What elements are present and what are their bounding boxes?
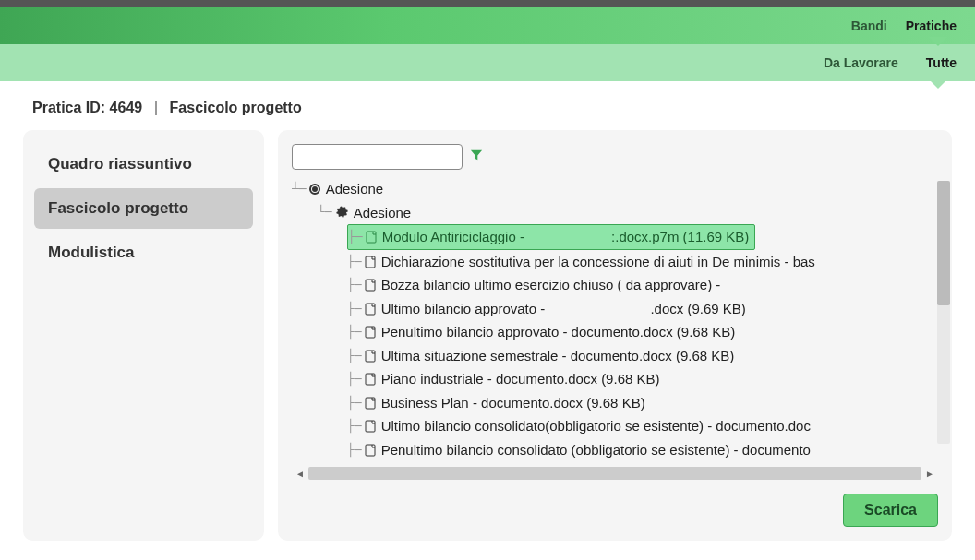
tree-file-ultima-situazione[interactable]: ├─ Ultima situazione semestrale - docume…: [347, 344, 938, 368]
breadcrumb: Pratica ID: 4649 | Fascicolo progetto: [0, 81, 975, 130]
tree-file-label: Ultimo bilancio consolidato(obbligatorio…: [381, 414, 811, 438]
sidebar-item-modulistica[interactable]: Modulistica: [34, 232, 253, 273]
tree-branch-icon: ├─: [347, 440, 362, 460]
scroll-right-icon[interactable]: ►: [921, 469, 938, 479]
topnav-bandi[interactable]: Bandi: [851, 18, 887, 33]
tree-label: Adesione: [326, 177, 384, 201]
search-row: [292, 144, 938, 170]
topnav-pratiche[interactable]: Pratiche: [906, 18, 957, 33]
subnav-tutte[interactable]: Tutte: [926, 55, 957, 70]
file-icon: [365, 326, 376, 339]
tree-file-label: Bozza bilancio ultimo esercizio chiuso (…: [381, 273, 721, 297]
tree-branch-icon: ├─: [347, 369, 362, 389]
filter-icon[interactable]: [470, 149, 483, 165]
nav-notch-bottom: [929, 79, 947, 89]
tree-file-penultimo-consolidato[interactable]: ├─ Penultimo bilancio consolidato (obbli…: [347, 438, 938, 462]
vertical-scrollbar[interactable]: [937, 181, 950, 444]
tree-container: ┴─ Adesione └─ Adesione ├─: [292, 177, 938, 461]
breadcrumb-right: Fascicolo progetto: [170, 100, 302, 115]
file-icon: [365, 397, 376, 410]
vertical-scrollbar-thumb[interactable]: [937, 181, 950, 305]
tree-file-label: Business Plan - documento.docx (9.68 KB): [381, 391, 645, 415]
radio-icon: [309, 184, 320, 195]
file-tree: ┴─ Adesione └─ Adesione ├─: [292, 177, 938, 461]
breadcrumb-left: Pratica ID: 4649: [32, 100, 142, 115]
svg-rect-0: [367, 232, 376, 243]
tree-branch-icon: └─: [318, 202, 332, 222]
file-icon: [365, 279, 376, 292]
tree-file-bozza-bilancio[interactable]: ├─ Bozza bilancio ultimo esercizio chius…: [347, 273, 938, 297]
horizontal-scrollbar[interactable]: ◄ ►: [292, 467, 938, 480]
svg-rect-2: [366, 280, 375, 291]
tree-label: Adesione: [354, 201, 412, 225]
nav-notch-top: [929, 37, 947, 46]
svg-rect-4: [366, 327, 375, 338]
tree-file-label: Ultimo bilancio approvato - .docx (9.69 …: [381, 297, 746, 321]
tree-file-penultimo-bilancio[interactable]: ├─ Penultimo bilancio approvato - docume…: [347, 320, 938, 344]
sub-nav: Da Lavorare Tutte: [0, 44, 975, 81]
content-area: Quadro riassuntivo Fascicolo progetto Mo…: [0, 130, 975, 560]
sidebar-item-quadro[interactable]: Quadro riassuntivo: [34, 144, 253, 185]
file-icon: [365, 256, 376, 268]
main-panel: ┴─ Adesione └─ Adesione ├─: [278, 130, 952, 541]
gear-icon: [335, 206, 348, 219]
svg-rect-8: [366, 421, 375, 432]
tree-branch-icon: ├─: [348, 227, 363, 247]
svg-rect-1: [366, 256, 375, 268]
tree-file-label: Dichiarazione sostitutiva per la concess…: [381, 250, 815, 274]
tree-file-label: Penultimo bilancio consolidato (obbligat…: [381, 438, 811, 462]
tree-file-modulo-antiriciclaggio[interactable]: ├─ Modulo Antiriciclaggio - :.docx.p7m (…: [347, 224, 755, 250]
search-input[interactable]: [292, 144, 463, 170]
file-icon: [365, 420, 376, 433]
file-icon: [365, 373, 376, 386]
file-icon: [365, 350, 376, 363]
tree-branch-icon: ├─: [347, 322, 362, 342]
tree-branch-icon: ├─: [347, 252, 362, 272]
top-nav: Bandi Pratiche: [0, 7, 975, 44]
subnav-da-lavorare[interactable]: Da Lavorare: [824, 55, 898, 70]
scroll-left-icon[interactable]: ◄: [292, 469, 308, 479]
tree-file-label: Piano industriale - documento.docx (9.68…: [381, 367, 660, 391]
sidebar-item-fascicolo[interactable]: Fascicolo progetto: [34, 188, 253, 229]
tree-file-business-plan[interactable]: ├─ Business Plan - documento.docx (9.68 …: [347, 391, 938, 415]
tree-branch-icon: ├─: [347, 393, 362, 413]
sidebar: Quadro riassuntivo Fascicolo progetto Mo…: [23, 130, 264, 541]
file-icon: [365, 303, 376, 316]
svg-rect-6: [366, 374, 375, 385]
tree-file-ultimo-consolidato[interactable]: ├─ Ultimo bilancio consolidato(obbligato…: [347, 414, 938, 438]
svg-rect-3: [366, 304, 375, 315]
breadcrumb-separator: |: [154, 100, 158, 115]
tree-file-label: Ultima situazione semestrale - documento…: [381, 344, 735, 368]
tree-branch-icon: ├─: [347, 346, 362, 366]
svg-rect-5: [366, 351, 375, 362]
tree-file-dichiarazione[interactable]: ├─ Dichiarazione sostitutiva per la conc…: [347, 250, 938, 274]
svg-rect-7: [366, 398, 375, 409]
tree-file-ultimo-bilancio[interactable]: ├─ Ultimo bilancio approvato - .docx (9.…: [347, 297, 938, 321]
tree-root-adesione[interactable]: ┴─ Adesione: [292, 177, 938, 201]
footer-actions: Scarica: [292, 494, 938, 527]
tree-file-label: Penultimo bilancio approvato - documento…: [381, 320, 736, 344]
file-icon: [366, 231, 377, 244]
horizontal-scrollbar-track[interactable]: [308, 467, 921, 480]
tree-branch-icon: ┴─: [292, 179, 307, 199]
tree-branch-icon: ├─: [347, 299, 362, 319]
top-strip: [0, 0, 975, 7]
file-icon: [365, 444, 376, 457]
tree-child-adesione[interactable]: └─ Adesione: [292, 201, 938, 225]
tree-branch-icon: ├─: [347, 416, 362, 436]
tree-file-piano-industriale[interactable]: ├─ Piano industriale - documento.docx (9…: [347, 367, 938, 391]
tree-branch-icon: ├─: [347, 275, 362, 295]
tree-file-label: Modulo Antiriciclaggio - :.docx.p7m (11.…: [382, 225, 750, 249]
svg-rect-9: [366, 445, 375, 456]
download-button[interactable]: Scarica: [843, 494, 938, 527]
